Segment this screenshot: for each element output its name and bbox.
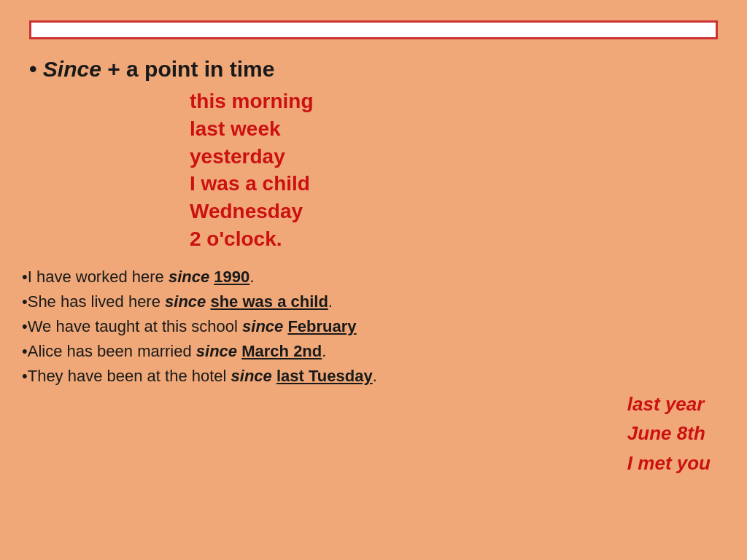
sentence-3: •We have taught at this school since Feb…: [22, 314, 747, 339]
underline-3: February: [287, 317, 356, 335]
example-item-3: I was a child: [190, 170, 314, 198]
sentence-2: •She has lived here since she was a chil…: [22, 289, 747, 314]
example-item-5: 2 o'clock.: [190, 225, 314, 253]
examples-list: this morninglast weekyesterdayI was a ch…: [190, 88, 314, 253]
underline-2: she was a child: [210, 292, 328, 311]
example-item-4: Wednesday: [190, 198, 314, 225]
bullet-point: • Since + a point in time: [29, 57, 718, 82]
underline-5: last Tuesday: [276, 367, 373, 385]
example-item-2: yesterday: [190, 143, 314, 171]
since-word: [73, 88, 190, 253]
right-item-2: I met you: [627, 450, 711, 476]
underline-4: March 2nd: [241, 342, 322, 360]
sentence-5: •They have been at the hotel since last …: [22, 364, 747, 389]
right-item-1: June 8th: [627, 420, 711, 446]
title-box: [29, 20, 718, 39]
right-column: last yearJune 8thI met you: [627, 391, 711, 476]
since-italic-label: Since: [43, 57, 101, 81]
since-1: since: [169, 268, 209, 286]
since-2: since: [165, 292, 206, 311]
sentences-section: •I have worked here since 1990. •She has…: [22, 265, 747, 389]
sentence-4: •Alice has been married since March 2nd.: [22, 339, 747, 364]
since-4: since: [196, 342, 237, 360]
example-item-0: this morning: [190, 88, 314, 115]
example-item-1: last week: [190, 115, 314, 143]
underline-1: 1990: [214, 268, 249, 286]
since-examples: this morninglast weekyesterdayI was a ch…: [73, 88, 718, 253]
bullet-section: • Since + a point in time this morningla…: [29, 57, 718, 253]
since-5: since: [231, 367, 272, 385]
since-3: since: [242, 317, 283, 335]
right-item-0: last year: [627, 391, 711, 417]
bullet-text: + a point in time: [107, 57, 274, 81]
sentence-1: •I have worked here since 1990.: [22, 265, 747, 289]
